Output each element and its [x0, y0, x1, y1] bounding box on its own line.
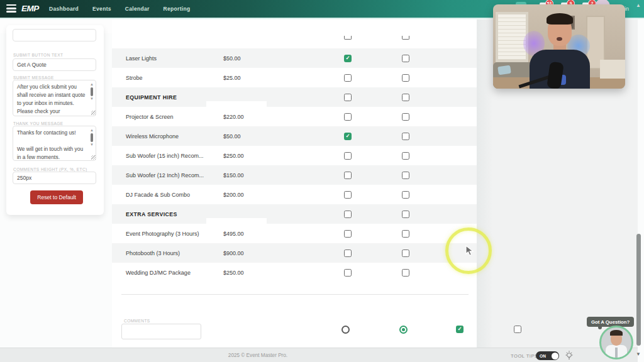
checkbox[interactable] [344, 152, 352, 160]
checkbox[interactable] [344, 55, 352, 62]
pillow [497, 65, 511, 75]
submit-button-text-label: SUBMIT BUTTON TEXT [13, 53, 63, 57]
submit-button-text-input[interactable] [13, 58, 96, 71]
scrollbar-thumb[interactable] [636, 234, 641, 346]
checkbox[interactable] [344, 269, 352, 277]
toggle-state-label: ON [540, 354, 546, 358]
checkbox[interactable] [402, 250, 409, 257]
webcam-video-overlay [493, 4, 625, 89]
checkbox[interactable] [514, 326, 521, 333]
clipped-top-field[interactable] [13, 29, 96, 41]
table-row: Laser Lights$50.00 [112, 48, 477, 68]
table-row: Strobe$25.00 [112, 68, 477, 87]
item-name: Wireless Microphone [126, 126, 179, 146]
checkbox[interactable] [402, 36, 409, 40]
lightbulb-icon [564, 350, 574, 361]
checkbox[interactable] [344, 133, 352, 140]
table-row: DJ Facade & Sub Combo$200.00 [112, 185, 477, 204]
table-row: Wireless Microphone$50.00 [112, 126, 477, 146]
tool-tips-label: TOOL TIPS [511, 353, 538, 359]
item-price: $250.00 [223, 263, 244, 282]
item-price: $200.00 [223, 185, 244, 204]
checkbox[interactable] [402, 55, 409, 62]
checkbox[interactable] [402, 133, 409, 140]
checkbox[interactable] [402, 269, 409, 277]
table-row: Projector & Screen$220.00 [112, 107, 477, 126]
presenter-hair [547, 13, 573, 25]
table-row: Sub Woofer (12 Inch) Recom...$150.00 [112, 165, 477, 185]
checkbox[interactable] [344, 211, 352, 218]
window-blinds [496, 12, 528, 62]
checkbox[interactable] [402, 152, 409, 160]
item-name: Strobe [126, 68, 143, 87]
reset-to-default-button[interactable]: Reset to Default [30, 190, 83, 204]
checkbox[interactable] [344, 94, 352, 101]
table-row: Photobooth (3 Hours)$900.00 [112, 243, 477, 263]
section-row: EXTRA SERVICES [112, 204, 477, 224]
radio-button[interactable] [341, 326, 350, 334]
pricing-form-card: Laser Lights$50.00Strobe$25.00EQUIPMENT … [112, 19, 477, 348]
checkbox[interactable] [344, 74, 352, 82]
checkbox[interactable] [402, 113, 409, 121]
item-price: $150.00 [223, 165, 244, 185]
checkbox[interactable] [344, 113, 352, 121]
comments-label: COMMENTS [124, 319, 150, 323]
pricing-table: Laser Lights$50.00Strobe$25.00EQUIPMENT … [112, 48, 477, 282]
chat-tooltip: Got A Question? [587, 317, 634, 327]
presenter-mouth [557, 37, 562, 41]
nav-menu: DashboardEventsCalendarReporting [49, 0, 190, 18]
cabinet [600, 60, 625, 79]
item-name: EQUIPMENT HIRE [126, 87, 177, 107]
thank-you-message-label: THANK YOU MESSAGE [13, 121, 64, 126]
checkbox[interactable] [402, 191, 409, 199]
textarea-scrollbar[interactable]: ▲▼ [89, 128, 95, 147]
item-price: $250.00 [223, 146, 244, 165]
submit-message-label: SUBMIT MESSAGE [13, 75, 54, 80]
item-price: $25.00 [223, 68, 241, 87]
resize-grip-icon[interactable] [91, 111, 96, 115]
checkbox[interactable] [344, 36, 352, 40]
checkbox[interactable] [344, 250, 352, 257]
comments-height-input[interactable] [13, 172, 96, 184]
checkbox[interactable] [402, 74, 409, 82]
table-row: Event Photography (3 Hours)$495.00 [112, 224, 477, 243]
item-name: DJ Facade & Sub Combo [126, 185, 190, 204]
item-price: $495.00 [223, 224, 244, 243]
textarea-scrollbar[interactable]: ▲▼ [89, 82, 95, 101]
checkbox[interactable] [402, 94, 409, 101]
nav-item-calendar[interactable]: Calendar [125, 6, 150, 12]
item-price: $50.00 [223, 48, 241, 68]
form-settings-panel: SUBMIT BUTTON TEXT SUBMIT MESSAGE After … [6, 25, 104, 215]
submit-message-textarea[interactable]: After you click submit you shall receive… [13, 80, 96, 116]
item-name: Event Photography (3 Hours) [126, 224, 199, 243]
tool-tips-toggle[interactable]: ON [536, 351, 559, 360]
checkbox[interactable] [402, 230, 409, 238]
checkbox[interactable] [344, 230, 352, 238]
checkbox[interactable] [402, 172, 409, 179]
checkbox[interactable] [344, 191, 352, 199]
checkbox[interactable] [402, 211, 409, 218]
nav-item-events[interactable]: Events [92, 6, 111, 12]
checkbox[interactable] [344, 172, 352, 179]
agent-tie [615, 348, 618, 358]
divider [121, 294, 469, 295]
chat-agent-button[interactable] [599, 326, 633, 359]
thank-you-message-textarea[interactable]: Thanks for contacting us! We will get in… [13, 126, 96, 161]
item-name: EXTRA SERVICES [126, 204, 177, 224]
nav-item-reporting[interactable]: Reporting [164, 6, 191, 12]
resize-grip-icon[interactable] [91, 155, 96, 160]
checkbox[interactable] [456, 326, 464, 333]
item-name: Laser Lights [126, 48, 157, 68]
item-name: Photobooth (3 Hours) [126, 243, 180, 263]
scrollbar-down-arrow[interactable]: ▼ [636, 351, 641, 357]
nav-item-dashboard[interactable]: Dashboard [49, 6, 79, 12]
hamburger-menu-icon[interactable] [6, 4, 16, 13]
radio-button[interactable] [399, 326, 408, 334]
comments-textarea[interactable] [121, 324, 201, 339]
comments-height-label: COMMENTS HEIGHT (PX, %, ETC) [13, 167, 87, 172]
app-logo[interactable]: EMP [21, 4, 39, 13]
table-row: Wedding DJ/MC Package$250.00 [112, 263, 477, 282]
section-row: EQUIPMENT HIRE [112, 87, 477, 107]
scrollbar-up-arrow[interactable]: ▲ [636, 3, 641, 8]
toggle-knob [552, 353, 558, 359]
